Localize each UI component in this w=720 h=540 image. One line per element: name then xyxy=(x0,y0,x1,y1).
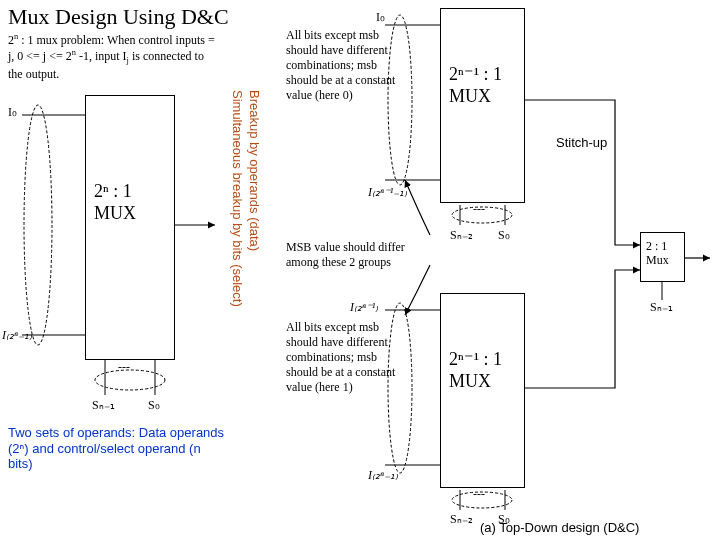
big-mux-sel-left: Sₙ₋₁ xyxy=(92,398,115,413)
mid-bot-last: I₍₂ⁿ₋₁₎ xyxy=(368,468,398,483)
top-small-sel-right: S₀ xyxy=(498,228,510,243)
mid-bot-note: All bits except msb should have differen… xyxy=(286,320,396,395)
stitch-up-label: Stitch-up xyxy=(556,135,607,150)
svg-point-2 xyxy=(24,105,52,345)
vertical-line2: Simultaneous breakup by bits (select) xyxy=(230,90,245,307)
mid-top-last: I₍₂ⁿ⁻¹₋₁₎ xyxy=(368,185,407,200)
big-mux-sel-dashes: --- xyxy=(118,360,130,375)
bot-small-sel-dashes: --- xyxy=(473,487,485,502)
bot-small-sel-left: Sₙ₋₂ xyxy=(450,512,473,527)
top-small-mux-line2: MUX xyxy=(449,86,516,108)
figure-caption: (a) Top-Down design (D&C) xyxy=(480,520,639,535)
msb-differ-note: MSB value should differ among these 2 gr… xyxy=(286,240,436,270)
mid-bot-first: I₍₂ⁿ⁻¹₎ xyxy=(350,300,378,315)
top-small-sel-dashes: --- xyxy=(473,202,485,217)
big-mux-label-line2: MUX xyxy=(94,203,166,225)
final-mux-line1: 2 : 1 xyxy=(646,239,679,253)
mid-top-i0: I₀ xyxy=(376,10,385,25)
top-small-sel-left: Sₙ₋₂ xyxy=(450,228,473,243)
bot-small-mux-box: 2ⁿ⁻¹ : 1 MUX xyxy=(440,293,525,488)
final-mux-select: Sₙ₋₁ xyxy=(650,300,673,315)
final-2to1-mux: 2 : 1 Mux xyxy=(640,232,685,282)
two-sets-note: Two sets of operands: Data operands (2ⁿ)… xyxy=(8,425,228,472)
left-input-last-label: I₍₂ⁿ₋₁₎ xyxy=(2,328,32,343)
final-mux-line2: Mux xyxy=(646,253,679,267)
vertical-line1: Breakup by operands (data) xyxy=(247,90,262,251)
bot-small-mux-line1: 2ⁿ⁻¹ : 1 xyxy=(449,349,516,371)
bot-small-mux-line2: MUX xyxy=(449,371,516,393)
svg-point-6 xyxy=(95,370,165,390)
problem-statement: 2n : 1 mux problem: When control inputs … xyxy=(8,32,218,82)
page-title: Mux Design Using D&C xyxy=(8,4,229,30)
left-input-i0-label: I₀ xyxy=(8,105,17,120)
big-mux-box: 2ⁿ : 1 MUX xyxy=(85,95,175,360)
big-mux-sel-right: S₀ xyxy=(148,398,160,413)
top-small-mux-line1: 2ⁿ⁻¹ : 1 xyxy=(449,64,516,86)
mid-top-note: All bits except msb should have differen… xyxy=(286,28,396,103)
big-mux-label-line1: 2ⁿ : 1 xyxy=(94,181,166,203)
vertical-annotation: Breakup by operands (data) Simultaneous … xyxy=(228,90,262,390)
top-small-mux-box: 2ⁿ⁻¹ : 1 MUX xyxy=(440,8,525,203)
